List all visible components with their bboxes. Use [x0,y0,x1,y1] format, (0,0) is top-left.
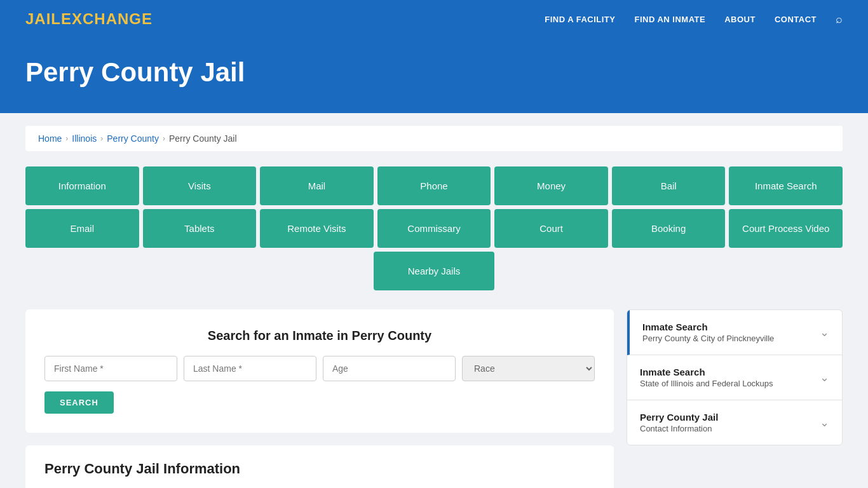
chevron-down-icon-1: ⌄ [820,370,829,384]
sidebar-card: Inmate Search Perry County & City of Pin… [627,309,843,445]
nav-about[interactable]: ABOUT [724,15,756,24]
btn-booking[interactable]: Booking [612,209,726,248]
btn-nearby-jails[interactable]: Nearby Jails [374,252,494,290]
sidebar-item-subtitle-0: Perry County & City of Pinckneyville [642,334,774,343]
info-section: Perry County Jail Information [25,445,614,488]
btn-mail[interactable]: Mail [260,166,374,205]
btn-visits[interactable]: Visits [143,166,257,205]
breadcrumb-sep-3: › [163,134,165,143]
nav-find-facility[interactable]: FIND A FACILITY [545,15,615,24]
sidebar-item-title-2: Perry County Jail [640,412,718,423]
logo-jail: JAIL [25,10,61,27]
age-input[interactable] [323,356,456,381]
breadcrumb-illinois[interactable]: Illinois [72,133,97,144]
nav-find-inmate[interactable]: FIND AN INMATE [634,15,705,24]
last-name-input[interactable] [184,356,316,381]
main-nav: FIND A FACILITY FIND AN INMATE ABOUT CON… [545,13,843,26]
button-grid-row3: Nearby Jails [25,252,843,290]
sidebar-item-0[interactable]: Inmate Search Perry County & City of Pin… [627,310,842,355]
breadcrumb-perry-county[interactable]: Perry County [107,133,159,144]
button-grid-row1: Information Visits Mail Phone Money Bail… [25,166,843,205]
sidebar-item-title-0: Inmate Search [642,322,774,332]
sidebar-item-2[interactable]: Perry County Jail Contact Information ⌄ [627,400,842,445]
nav-contact[interactable]: CONTACT [775,15,817,24]
search-title: Search for an Inmate in Perry County [44,329,595,343]
btn-bail[interactable]: Bail [612,166,726,205]
search-icon[interactable]: ⌕ [836,13,843,26]
site-logo[interactable]: JAILEXCHANGE [25,10,153,28]
btn-commissary[interactable]: Commissary [377,209,491,248]
sidebar-item-title-1: Inmate Search [640,367,773,377]
btn-phone[interactable]: Phone [377,166,491,205]
content-area: Home › Illinois › Perry County › Perry C… [0,113,868,488]
sidebar-item-text-2: Perry County Jail Contact Information [640,412,718,433]
button-grid-row2: Email Tablets Remote Visits Commissary C… [25,209,843,248]
btn-tablets[interactable]: Tablets [143,209,257,248]
btn-information[interactable]: Information [25,166,139,205]
first-name-input[interactable] [44,356,177,381]
breadcrumb-sep-1: › [65,134,68,143]
sidebar-item-text-0: Inmate Search Perry County & City of Pin… [642,322,774,343]
hero-section: Perry County Jail [0,38,868,113]
chevron-down-icon-0: ⌄ [820,325,829,339]
breadcrumb: Home › Illinois › Perry County › Perry C… [25,126,843,151]
right-panel: Inmate Search Perry County & City of Pin… [627,309,843,445]
search-button[interactable]: SEARCH [44,391,114,414]
main-layout: Search for an Inmate in Perry County Rac… [25,309,843,488]
btn-inmate-search[interactable]: Inmate Search [729,166,843,205]
site-header: JAILEXCHANGE FIND A FACILITY FIND AN INM… [0,0,868,38]
sidebar-item-text-1: Inmate Search State of Illinois and Fede… [640,367,773,388]
btn-money[interactable]: Money [494,166,608,205]
logo-exchange: EXCHANGE [61,10,153,27]
btn-court[interactable]: Court [494,209,608,248]
chevron-down-icon-2: ⌄ [820,416,829,430]
sidebar-item-subtitle-1: State of Illinois and Federal Lockups [640,379,773,388]
race-select[interactable]: Race White Black Hispanic Asian Other [462,356,595,381]
search-fields: Race White Black Hispanic Asian Other [44,356,595,381]
btn-court-process-video[interactable]: Court Process Video [729,209,843,248]
sidebar-item-subtitle-2: Contact Information [640,424,718,433]
btn-remote-visits[interactable]: Remote Visits [260,209,374,248]
inmate-search-box: Search for an Inmate in Perry County Rac… [25,309,614,433]
breadcrumb-current: Perry County Jail [169,133,237,144]
sidebar-item-1[interactable]: Inmate Search State of Illinois and Fede… [627,355,842,400]
info-title: Perry County Jail Information [44,461,595,477]
breadcrumb-sep-2: › [100,134,103,143]
breadcrumb-home[interactable]: Home [38,133,62,144]
left-panel: Search for an Inmate in Perry County Rac… [25,309,614,488]
page-title: Perry County Jail [25,57,843,88]
btn-email[interactable]: Email [25,209,139,248]
